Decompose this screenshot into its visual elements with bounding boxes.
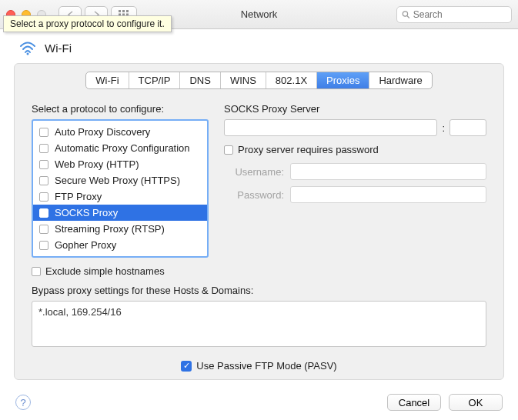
- tab-bar: Wi-FiTCP/IPDNSWINS802.1XProxiesHardware: [15, 72, 503, 89]
- password-label: Password:: [224, 189, 284, 201]
- protocol-checkbox[interactable]: [39, 241, 48, 250]
- protocol-checkbox[interactable]: [39, 176, 48, 185]
- requires-password-label: Proxy server requires password: [238, 144, 379, 155]
- svg-line-10: [407, 15, 409, 18]
- username-input: [290, 163, 486, 180]
- protocol-row[interactable]: Auto Proxy Discovery: [33, 124, 207, 140]
- settings-panel: Wi-FiTCP/IPDNSWINS802.1XProxiesHardware …: [14, 63, 504, 380]
- ok-button[interactable]: OK: [449, 394, 503, 411]
- help-button[interactable]: ?: [15, 395, 31, 410]
- protocol-row[interactable]: SOCKS Proxy: [33, 205, 207, 221]
- cancel-button[interactable]: Cancel: [387, 394, 441, 411]
- protocol-row[interactable]: Automatic Proxy Configuration: [33, 140, 207, 156]
- protocol-checkbox[interactable]: [39, 144, 48, 153]
- svg-rect-1: [122, 10, 125, 12]
- protocol-row[interactable]: Gopher Proxy: [33, 237, 207, 253]
- protocol-list[interactable]: Auto Proxy DiscoveryAutomatic Proxy Conf…: [32, 119, 209, 258]
- protocol-row[interactable]: Streaming Proxy (RTSP): [33, 221, 207, 237]
- host-port-separator: :: [442, 122, 445, 134]
- exclude-simple-hostnames-label: Exclude simple hostnames: [45, 265, 165, 277]
- protocol-checkbox[interactable]: [39, 192, 48, 202]
- protocol-label: FTP Proxy: [55, 191, 102, 202]
- protocol-label: Web Proxy (HTTP): [55, 158, 139, 170]
- svg-rect-2: [126, 10, 129, 12]
- svg-point-9: [403, 11, 407, 15]
- bypass-label: Bypass proxy settings for these Hosts & …: [32, 285, 486, 296]
- protocol-checkbox[interactable]: [39, 225, 48, 234]
- bypass-textarea[interactable]: [32, 301, 486, 347]
- protocol-checkbox[interactable]: [39, 128, 48, 137]
- tab-tcp-ip[interactable]: TCP/IP: [129, 72, 181, 88]
- connection-header: Wi-Fi: [0, 29, 518, 63]
- proxy-server-label: SOCKS Proxy Server: [224, 103, 486, 115]
- exclude-simple-hostnames-checkbox[interactable]: [32, 267, 41, 276]
- protocol-row[interactable]: FTP Proxy: [33, 188, 207, 205]
- protocol-row[interactable]: Secure Web Proxy (HTTPS): [33, 172, 207, 188]
- protocol-label: Secure Web Proxy (HTTPS): [55, 175, 180, 186]
- requires-password-checkbox[interactable]: [224, 145, 233, 155]
- username-label: Username:: [224, 166, 284, 178]
- tab-wi-fi[interactable]: Wi-Fi: [86, 72, 129, 88]
- protocol-row[interactable]: Web Proxy (HTTP): [33, 156, 207, 172]
- protocol-label: Auto Proxy Discovery: [55, 126, 150, 138]
- password-input: [290, 186, 486, 203]
- svg-rect-0: [119, 10, 121, 12]
- proxy-port-input[interactable]: [449, 119, 486, 136]
- passive-ftp-label: Use Passive FTP Mode (PASV): [196, 360, 336, 372]
- titlebar: Network Select a proxy protocol to confi…: [0, 0, 518, 29]
- tab-proxies[interactable]: Proxies: [317, 72, 369, 88]
- protocol-label: Gopher Proxy: [55, 239, 116, 251]
- connection-name: Wi-Fi: [45, 42, 72, 55]
- protocol-checkbox[interactable]: [39, 208, 48, 218]
- toolbar-search[interactable]: [396, 6, 512, 23]
- protocol-label: Automatic Proxy Configuration: [55, 142, 190, 154]
- wifi-icon: [18, 40, 37, 55]
- tab-hardware[interactable]: Hardware: [369, 72, 431, 88]
- tab-dns[interactable]: DNS: [180, 72, 220, 88]
- footer: ? Cancel OK: [0, 391, 518, 411]
- search-input[interactable]: [413, 9, 506, 20]
- passive-ftp-checkbox[interactable]: ✓: [181, 361, 192, 372]
- tab-802-1x[interactable]: 802.1X: [266, 72, 317, 88]
- proxy-host-input[interactable]: [224, 119, 437, 136]
- protocol-label: Streaming Proxy (RTSP): [55, 223, 165, 235]
- tooltip: Select a proxy protocol to configure it.: [3, 15, 172, 32]
- protocol-checkbox[interactable]: [39, 160, 48, 169]
- protocol-label: SOCKS Proxy: [55, 207, 118, 218]
- svg-point-11: [27, 53, 29, 55]
- search-icon: [402, 10, 410, 19]
- tab-wins[interactable]: WINS: [221, 72, 266, 88]
- protocol-list-label: Select a protocol to configure:: [32, 103, 209, 115]
